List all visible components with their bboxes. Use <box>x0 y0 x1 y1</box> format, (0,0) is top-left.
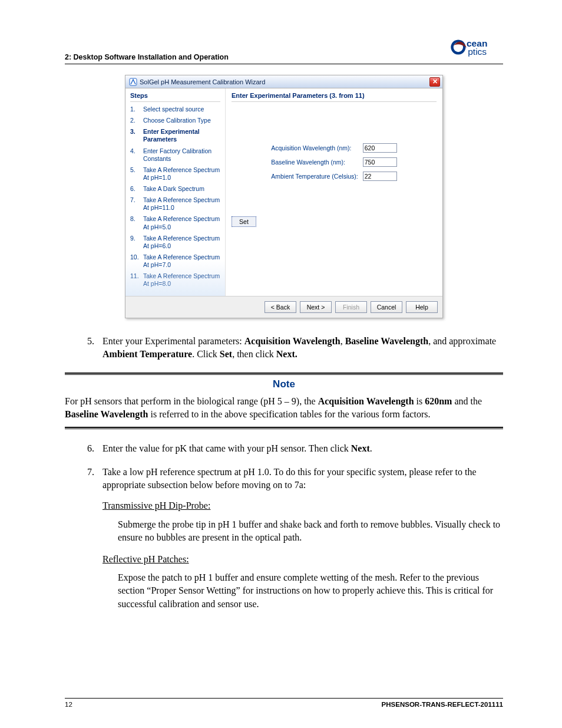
note-text: For pH sensors that perform in the biolo… <box>65 395 503 421</box>
back-button[interactable]: < Back <box>265 301 296 313</box>
help-button[interactable]: Help <box>406 301 438 313</box>
wizard-step-item: 6.Take A Dark Spectrum <box>130 185 220 193</box>
finish-button[interactable]: Finish <box>335 301 367 313</box>
step-number: 10. <box>130 253 140 269</box>
page-number: 12 <box>65 701 72 708</box>
close-button[interactable]: ✕ <box>429 77 440 87</box>
note-title: Note <box>65 378 503 390</box>
step-number: 7. <box>130 196 140 212</box>
instruction-step-7: 7. Take a low pH reference spectrum at p… <box>82 466 503 611</box>
ambient-temperature-label: Ambient Temperature (Celsius): <box>271 173 358 180</box>
step-label: Take A Reference Spectrum At pH=1.0 <box>143 166 220 182</box>
steps-heading: Steps <box>130 92 220 102</box>
instruction-step-6: 6. Enter the value for pK that came with… <box>82 442 503 455</box>
ocean-optics-logo: cean ptics <box>450 35 503 59</box>
wizard-step-item: 1.Select spectral source <box>130 106 220 113</box>
subsection-body: Expose the patch to pH 1 buffer and ensu… <box>118 571 503 611</box>
header-rule <box>65 64 503 64</box>
step-number: 1. <box>130 106 140 113</box>
cancel-button[interactable]: Cancel <box>371 301 402 313</box>
section-label: 2: Desktop Software Installation and Ope… <box>65 35 229 61</box>
step-number: 6. <box>82 442 94 455</box>
step-number: 5. <box>82 335 94 360</box>
note-block: Note For pH sensors that perform in the … <box>65 373 503 430</box>
set-button[interactable]: Set <box>232 216 256 227</box>
wizard-app-icon <box>129 78 137 86</box>
step-content: Take a low pH reference spectrum at pH 1… <box>103 466 503 611</box>
wizard-main-panel: Enter Experimental Parameters (3. from 1… <box>226 88 442 296</box>
step-content: Enter your Experimental parameters: Acqu… <box>103 335 503 360</box>
acquisition-wavelength-input[interactable] <box>363 143 397 153</box>
wizard-step-item: 5.Take A Reference Spectrum At pH=1.0 <box>130 166 220 182</box>
step-label: Take A Reference Spectrum At pH=11.0 <box>143 196 220 212</box>
step-label: Take A Dark Spectrum <box>143 185 204 193</box>
step-number: 4. <box>130 147 140 163</box>
step-label: Select spectral source <box>143 106 204 113</box>
step-content: Enter the value for pK that came with yo… <box>103 442 503 455</box>
step-number: 8. <box>130 215 140 230</box>
subsection-transmissive: Transmissive pH Dip-Probe: Submerge the … <box>103 499 503 544</box>
step-number: 9. <box>130 235 140 250</box>
subsection-title: Reflective pH Patches: <box>103 553 503 566</box>
wizard-step-item: 4.Enter Factory Calibration Constants <box>130 147 220 163</box>
step-label: Take A Reference Spectrum At pH=6.0 <box>143 235 220 250</box>
window-title: SolGel pH Measurement Calibration Wizard <box>140 78 265 85</box>
wizard-step-item: 9.Take A Reference Spectrum At pH=6.0 <box>130 235 220 250</box>
instruction-step-5: 5. Enter your Experimental parameters: A… <box>82 335 503 360</box>
step-label: Enter Factory Calibration Constants <box>143 147 220 163</box>
baseline-wavelength-input[interactable] <box>363 157 397 167</box>
step-number: 2. <box>130 117 140 124</box>
note-rule-top <box>65 373 503 375</box>
subsection-title: Transmissive pH Dip-Probe: <box>103 499 503 512</box>
baseline-wavelength-label: Baseline Wavelength (nm): <box>271 159 358 166</box>
wizard-step-item: 7.Take A Reference Spectrum At pH=11.0 <box>130 196 220 212</box>
wizard-step-item: 8.Take A Reference Spectrum At pH=5.0 <box>130 215 220 230</box>
subsection-reflective: Reflective pH Patches: Expose the patch … <box>103 553 503 611</box>
note-rule-bottom <box>65 427 503 429</box>
step-label: Enter Experimental Parameters <box>143 128 220 143</box>
step-number: 5. <box>130 166 140 182</box>
acquisition-wavelength-label: Acquisition Wavelength (nm): <box>271 144 358 151</box>
step-number: 11. <box>130 272 140 288</box>
subsection-body: Submerge the probe tip in pH 1 buffer an… <box>118 518 503 545</box>
logo-text-bottom: ptics <box>468 47 487 57</box>
parameter-grid: Acquisition Wavelength (nm): Baseline Wa… <box>232 143 437 181</box>
document-id: PHSENSOR-TRANS-REFLECT-201111 <box>382 701 503 708</box>
step-label: Take A Reference Spectrum At pH=8.0 <box>143 272 220 288</box>
titlebar: SolGel pH Measurement Calibration Wizard… <box>125 75 442 88</box>
step-label: Take A Reference Spectrum At pH=5.0 <box>143 215 220 230</box>
step-number: 3. <box>130 128 140 143</box>
page-header: 2: Desktop Software Installation and Ope… <box>65 35 503 61</box>
next-button[interactable]: Next > <box>300 301 332 313</box>
wizard-step-item: 3.Enter Experimental Parameters <box>130 128 220 143</box>
calibration-wizard-window: SolGel pH Measurement Calibration Wizard… <box>125 75 443 318</box>
step-label: Choose Calibration Type <box>143 117 211 124</box>
close-icon: ✕ <box>432 78 438 85</box>
step-number: 7. <box>82 466 94 611</box>
wizard-step-item: 11.Take A Reference Spectrum At pH=8.0 <box>130 272 220 288</box>
wizard-footer: < Back Next > Finish Cancel Help <box>125 296 442 318</box>
ambient-temperature-input[interactable] <box>363 172 397 181</box>
steps-panel: Steps 1.Select spectral source2.Choose C… <box>125 88 226 296</box>
wizard-step-item: 2.Choose Calibration Type <box>130 117 220 124</box>
wizard-step-item: 10.Take A Reference Spectrum At pH=7.0 <box>130 253 220 269</box>
wizard-main-heading: Enter Experimental Parameters (3. from 1… <box>232 92 437 102</box>
page-footer: 12 PHSENSOR-TRANS-REFLECT-201111 <box>65 698 503 708</box>
step-label: Take A Reference Spectrum At pH=7.0 <box>143 253 220 269</box>
step-number: 6. <box>130 185 140 193</box>
